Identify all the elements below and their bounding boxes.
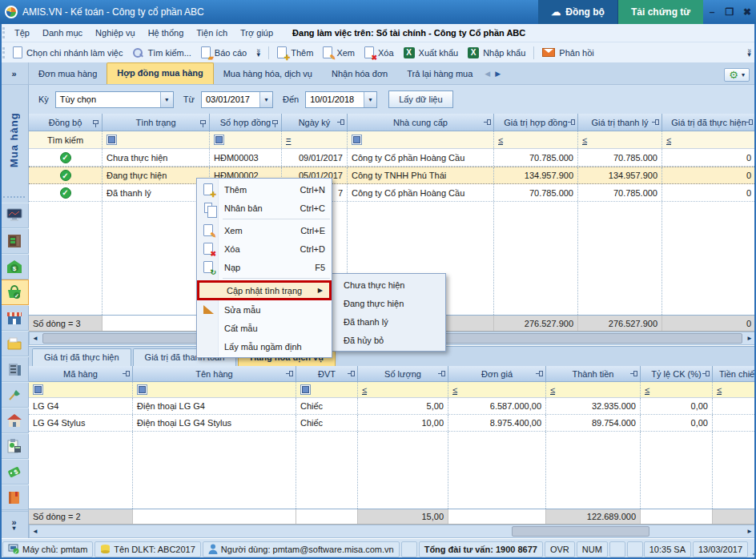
toolbar-overflow-right[interactable]: » ▾ [747,49,751,57]
tab-don-mua-hang[interactable]: Đơn mua hàng [29,64,107,84]
lte-operator-icon[interactable]: ≤ [666,135,671,145]
period-select[interactable]: Tùy chọn ▾ [55,91,174,108]
sidebar-item-mua-hang[interactable]: ✓ [0,280,29,305]
toolbar-grip[interactable] [2,47,5,58]
col-header-gia-tri-da-thuc-hien[interactable]: Giá trị đã thực hiện [662,114,756,131]
pin-icon[interactable] [655,119,659,125]
lte-operator-icon[interactable]: ≤ [362,385,367,395]
filter-cell-gia-tri-da-thuc-hien[interactable]: ≤ [662,131,756,148]
pin-icon[interactable] [351,371,355,376]
filter-icon[interactable] [300,384,311,395]
lte-operator-icon[interactable]: ≤ [498,135,503,145]
lte-operator-icon[interactable]: ≤ [717,385,722,395]
col-header-nha-cung-cap[interactable]: Nhà cung cấp [348,114,494,131]
filter-cell-nha-cung-cap[interactable] [348,131,494,148]
filter-cell-so-luong[interactable]: ≤ [358,382,448,397]
pin-icon[interactable] [706,371,710,376]
col-header-ma-hang[interactable]: Mã hàng [29,366,133,382]
col-header-don-gia[interactable]: Đơn giá [448,366,546,382]
filter-cell-tinh-trang[interactable] [103,131,210,148]
submenu-item-da-thanh-ly[interactable]: Đã thanh lý [332,312,445,331]
pin-icon[interactable] [487,119,491,125]
filter-cell-don-gia[interactable]: ≤ [448,382,546,397]
pin-icon[interactable] [93,120,99,124]
sidebar-overflow-button[interactable]: » ▾ [0,511,28,538]
col-header-gia-tri-thanh-ly[interactable]: Giá trị thanh lý [578,114,662,131]
filter-cell-ten-hang[interactable] [133,382,296,397]
maximize-button[interactable]: ❐ [722,5,737,19]
pin-icon[interactable] [272,120,278,124]
search-button[interactable]: Tìm kiếm... [127,44,195,62]
tab-scroll-left-icon[interactable]: ◀ [482,70,493,78]
sync-button[interactable]: ☁ Đồng bộ [538,0,618,24]
tab-nhan-hoa-don[interactable]: Nhận hóa đơn [322,64,397,84]
scroll-right-icon[interactable]: ► [744,525,755,537]
menu-item-cap-nhat-tinh-trang[interactable]: Cập nhật tình trạng ▶ [197,280,332,300]
add-button[interactable]: ✚ Thêm [272,44,318,62]
sidebar-item-tong-hop[interactable] [0,433,29,459]
download-voucher-button[interactable]: Tải chứng từ [618,0,703,24]
tab-mua-hang-hoa-dich-vu[interactable]: Mua hàng hóa, dịch vụ [214,64,322,84]
menu-utilities[interactable]: Tiện ích [190,28,234,38]
equals-operator-icon[interactable]: = [286,135,291,145]
col-header-ngay-ky[interactable]: Ngày ký [282,114,348,131]
sidebar-item-quan-ly-hoa-don[interactable] [0,331,29,356]
menu-catalog[interactable]: Danh mục [36,28,89,38]
pin-icon[interactable] [633,371,637,376]
table-row[interactable]: ✓ Chưa thực hiện HĐM00003 09/01/2017 Côn… [29,149,756,167]
submenu-item-chua-thuc-hien[interactable]: Chưa thực hiện [332,275,445,294]
filter-cell-thanh-tien[interactable]: ≤ [546,382,641,397]
submenu-item-da-huy-bo[interactable]: Đã hủy bỏ [332,331,445,349]
sidebar-item-ban-hang[interactable] [0,305,29,331]
report-button[interactable]: ▰ Báo cáo [196,44,251,62]
col-header-ten-hang[interactable]: Tên hàng [133,366,296,382]
menu-help[interactable]: Trợ giúp [234,28,279,38]
feedback-button[interactable]: Phản hồi [537,44,598,62]
menu-item-cat-mau[interactable]: Cất mẫu [197,319,332,337]
close-button[interactable]: ✖ [740,5,754,19]
minimize-button[interactable]: – [705,5,719,19]
menu-item-them[interactable]: ✚ Thêm Ctrl+N [197,180,332,199]
pin-icon[interactable] [571,119,575,125]
sidebar-item-quy[interactable] [0,228,29,254]
tab-settings-button[interactable]: ⚙ ▾ [724,68,750,82]
filter-cell-ngay-ky[interactable]: = [282,131,348,148]
filter-icon[interactable] [352,135,362,145]
pin-icon[interactable] [441,371,445,376]
pin-icon[interactable] [340,119,344,125]
sidebar-item-kho[interactable] [0,356,29,382]
col-header-dong-bo[interactable]: Đồng bộ [29,114,103,131]
import-button[interactable]: X Nhập khẩu [463,44,530,62]
pin-icon[interactable] [539,371,543,376]
filter-cell-tien-chiet-khau[interactable]: ≤ [713,382,756,397]
lte-operator-icon[interactable]: ≤ [550,385,555,395]
menu-item-lay-mau-ngam-dinh[interactable]: Lấy mẫu ngầm định [197,337,332,356]
col-header-thanh-tien[interactable]: Thành tiền [546,366,641,382]
col-header-tinh-trang[interactable]: Tình trạng [103,114,210,131]
pin-icon[interactable] [749,119,753,125]
sidebar-item-gia-thanh[interactable]: $ [0,459,29,485]
menu-item-nap[interactable]: ↻ Nạp F5 [197,258,332,276]
sidebar-item-dashboard[interactable] [0,203,29,228]
scroll-left-icon[interactable]: ◄ [30,332,41,344]
filter-cell-gia-tri-hop-dong[interactable]: ≤ [494,131,578,148]
scroll-left-icon[interactable]: ◄ [30,525,41,537]
sidebar-collapse-button[interactable]: » [0,62,29,85]
col-header-so-luong[interactable]: Số lượng [358,366,448,382]
sidebar-item-so-sach[interactable] [0,485,29,510]
filter-icon[interactable] [107,135,117,145]
tab-gia-tri-da-thuc-hien[interactable]: Giá trị đã thực hiện [32,348,131,366]
menu-item-nhan-ban[interactable]: Nhân bản Ctrl+C [197,199,332,217]
chevron-down-icon[interactable]: ▾ [364,92,376,107]
col-header-gia-tri-hop-dong[interactable]: Giá trị hợp đồng [494,114,578,131]
menu-item-sua-mau[interactable]: Sửa mẫu [197,300,332,319]
view-button[interactable]: ✎ Xem [318,44,360,62]
filter-icon[interactable] [33,384,43,395]
toolbar-overflow-left[interactable]: » ▾ [256,49,260,57]
col-header-ty-le-ck[interactable]: Tỷ lệ CK (%) [641,366,713,382]
menu-operations[interactable]: Nghiệp vụ [89,28,142,38]
menu-system[interactable]: Hệ thống [142,28,191,38]
submenu-item-dang-thuc-hien[interactable]: Đang thực hiện [332,294,445,312]
table-row[interactable]: LG G4 Stylus Điện thoại LG G4 Stylus Chi… [29,415,756,432]
pin-icon[interactable] [126,371,130,376]
